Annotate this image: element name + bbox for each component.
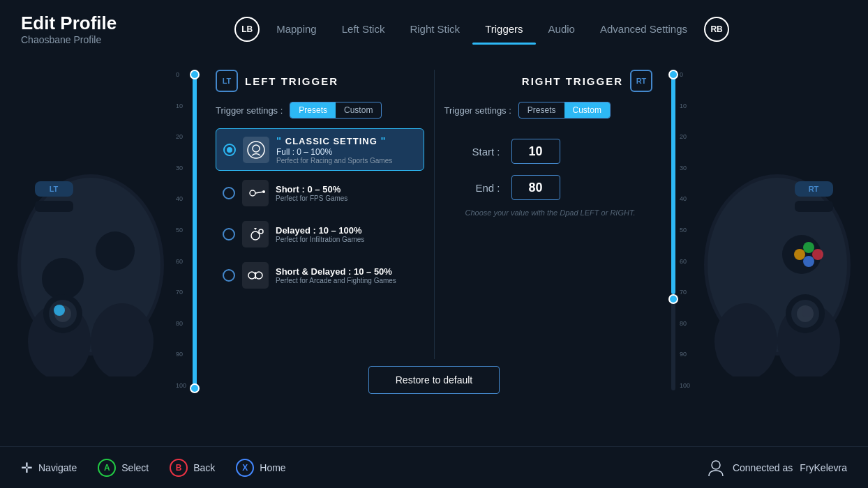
preset-classic-name: " CLASSIC SETTING " [276, 135, 392, 146]
connected-user: FryKelevra [800, 462, 847, 473]
home-item: X Home [236, 459, 285, 477]
svg-rect-38 [795, 201, 833, 212]
controller-right-svg: RT [701, 125, 854, 376]
preset-classic-desc: Perfect for Racing and Sports Games [276, 157, 392, 165]
home-label: Home [260, 462, 285, 473]
restore-button[interactable]: Restore to default [368, 366, 500, 394]
triggers-panel: LT LEFT TRIGGER Trigger settings : Prese… [206, 63, 662, 401]
rt-end-value[interactable]: 80 [511, 175, 560, 200]
svg-point-19 [259, 229, 263, 234]
tab-right-stick[interactable]: Right Stick [397, 17, 472, 40]
svg-point-14 [253, 145, 260, 152]
rt-title: RIGHT TRIGGER [522, 75, 623, 87]
lt-presets-list: " CLASSIC SETTING " Full : 0 – 100% Perf… [216, 128, 424, 294]
rt-end-label: End : [458, 182, 500, 194]
preset-delayed-desc: Perfect for Infiltration Games [276, 236, 364, 243]
rt-end-row: End : 80 [458, 175, 639, 200]
controller-left-svg: LT [14, 125, 167, 376]
lb-button[interactable]: LB [234, 17, 260, 42]
rb-button[interactable]: RB [704, 17, 729, 42]
preset-delayed-icon [242, 221, 269, 247]
preset-classic[interactable]: " CLASSIC SETTING " Full : 0 – 100% Perf… [216, 128, 424, 171]
nav-tabs: Mapping Left Stick Right Stick Triggers … [264, 17, 700, 40]
preset-short[interactable]: Short : 0 – 50% Perfect for FPS Games [216, 174, 424, 212]
nav-center: LB Mapping Left Stick Right Stick Trigge… [117, 17, 847, 42]
svg-point-20 [248, 272, 255, 279]
tab-mapping[interactable]: Mapping [264, 17, 329, 40]
svg-point-34 [803, 256, 814, 267]
preset-delayed[interactable]: Delayed : 10 – 100% Perfect for Infiltra… [216, 215, 424, 253]
svg-text:RT: RT [809, 185, 819, 193]
rt-settings-row: Trigger settings : Presets Custom [444, 102, 653, 119]
preset-short-name: Short : 0 – 50% [276, 184, 347, 195]
slider-right-track [671, 70, 676, 390]
radio-classic [223, 144, 236, 156]
preset-short-delayed-desc: Perfect for Arcade and Fighting Games [276, 277, 396, 284]
svg-point-33 [812, 249, 823, 260]
svg-point-35 [794, 249, 805, 260]
left-trigger-header: LT LEFT TRIGGER [216, 70, 424, 92]
svg-point-25 [714, 303, 777, 376]
rt-tab-group: Presets Custom [518, 102, 611, 119]
select-item: A Select [98, 459, 149, 477]
preset-classic-range: Full : 0 – 100% [276, 147, 392, 157]
rt-hint: Choose your value with the Dpad LEFT or … [465, 208, 639, 217]
preset-classic-text: " CLASSIC SETTING " Full : 0 – 100% Perf… [276, 135, 392, 165]
rt-settings-label: Trigger settings : [444, 105, 511, 116]
right-trigger-panel: RIGHT TRIGGER RT Trigger settings : Pres… [435, 63, 663, 366]
preset-short-delayed[interactable]: Short & Delayed : 10 – 50% Perfect for A… [216, 257, 424, 294]
radio-short-delayed [223, 269, 235, 282]
preset-classic-icon [243, 137, 269, 163]
lt-tab-group: Presets Custom [290, 102, 382, 119]
preset-delayed-name: Delayed : 10 – 100% [276, 225, 364, 236]
user-icon [706, 458, 726, 478]
rt-icon: RT [630, 70, 652, 92]
rt-custom-tab[interactable]: Custom [564, 102, 610, 118]
tab-left-stick[interactable]: Left Stick [329, 17, 398, 40]
controller-left: LT [0, 56, 181, 446]
controller-right: RT [687, 56, 868, 446]
dpad-icon: ✛ [21, 459, 33, 476]
lt-settings-row: Trigger settings : Presets Custom [216, 102, 424, 119]
preset-short-delayed-icon [242, 262, 269, 289]
left-slider[interactable]: 0102030405060708090100 [176, 70, 201, 390]
svg-point-30 [802, 306, 813, 317]
tab-triggers[interactable]: Triggers [472, 17, 535, 40]
lt-custom-tab[interactable]: Custom [336, 102, 381, 118]
svg-point-39 [712, 461, 720, 469]
x-badge: X [236, 459, 254, 477]
triggers-row: LT LEFT TRIGGER Trigger settings : Prese… [206, 63, 662, 366]
connected-prefix: Connected as [733, 462, 793, 473]
svg-point-32 [803, 242, 814, 253]
svg-rect-12 [35, 201, 73, 212]
page-title: Edit Profile [21, 13, 117, 34]
lt-presets-tab[interactable]: Presets [290, 102, 336, 118]
rt-presets-tab[interactable]: Presets [519, 102, 564, 118]
rt-custom-settings: Start : 10 End : 80 Choose your value wi… [444, 128, 653, 217]
rt-start-label: Start : [458, 146, 500, 158]
radio-short [223, 187, 235, 199]
svg-point-4 [42, 258, 84, 300]
radio-delayed [223, 228, 235, 241]
b-badge: B [170, 459, 188, 477]
preset-short-text: Short : 0 – 50% Perfect for FPS Games [276, 184, 347, 202]
main-area: LT 0102030405060708090100 LT LEFT [0, 56, 868, 446]
preset-short-delayed-name: Short & Delayed : 10 – 50% [276, 266, 396, 277]
back-item: B Back [170, 459, 215, 477]
svg-point-15 [250, 190, 255, 196]
connected-info: Connected as FryKelevra [706, 458, 847, 478]
preset-delayed-text: Delayed : 10 – 100% Perfect for Infiltra… [276, 225, 364, 243]
tab-advanced[interactable]: Advanced Settings [588, 17, 700, 40]
preset-short-icon [242, 180, 269, 206]
title-block: Edit Profile Chaosbane Profile [21, 13, 117, 45]
back-label: Back [193, 462, 215, 473]
tab-audio[interactable]: Audio [536, 17, 588, 40]
right-trigger-header: RIGHT TRIGGER RT [444, 70, 653, 92]
bottom-bar: ✛ Navigate A Select B Back X Home Connec… [0, 446, 868, 488]
svg-point-3 [91, 303, 154, 376]
svg-point-9 [96, 231, 135, 270]
a-badge: A [98, 459, 116, 477]
rt-start-row: Start : 10 [458, 139, 639, 164]
svg-point-21 [255, 272, 262, 279]
rt-start-value[interactable]: 10 [511, 139, 560, 164]
